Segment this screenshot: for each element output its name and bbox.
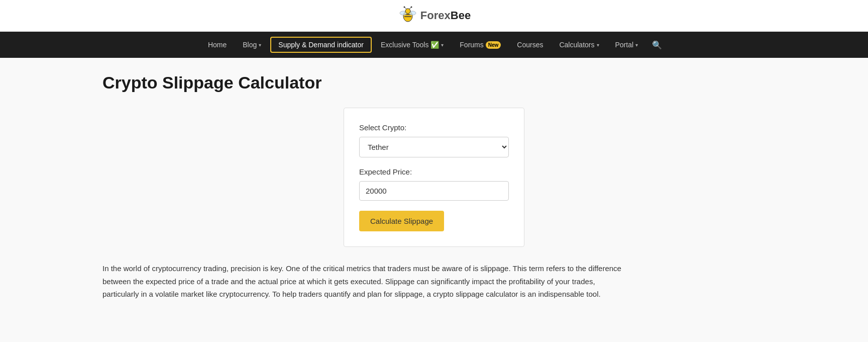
description-text: In the world of cryptocurrency trading, … [102,262,630,301]
page-title: Crypto Slippage Calculator [102,73,766,93]
select-label: Select Crypto: [359,123,509,132]
exclusive-tools-chevron-icon: ▾ [441,42,444,48]
nav-portal[interactable]: Portal ▾ [608,38,645,52]
portal-chevron-icon: ▾ [635,42,638,48]
site-header: ForexBee [0,0,868,32]
nav-blog[interactable]: Blog ▾ [236,38,268,52]
svg-point-9 [410,7,412,8]
nav-home[interactable]: Home [201,38,234,52]
svg-point-7 [403,7,405,8]
blog-chevron-icon: ▾ [259,42,261,48]
logo[interactable]: ForexBee [397,5,471,26]
nav-forums[interactable]: Forums New [453,38,508,52]
search-icon[interactable]: 🔍 [647,37,667,53]
calculators-chevron-icon: ▾ [597,42,599,48]
navbar: Home Blog ▾ Supply & Demand indicator Ex… [0,32,868,58]
logo-text: ForexBee [420,9,471,22]
forums-badge: New [486,41,501,49]
calculator-card: Select Crypto: Tether Bitcoin Ethereum B… [344,108,524,247]
expected-price-input[interactable] [359,181,509,201]
nav-supply-demand[interactable]: Supply & Demand indicator [270,37,372,53]
calculate-slippage-button[interactable]: Calculate Slippage [359,211,444,231]
nav-exclusive-tools[interactable]: Exclusive Tools ✅ ▾ [374,38,451,52]
price-label: Expected Price: [359,167,509,176]
main-content: Crypto Slippage Calculator Select Crypto… [82,58,786,316]
svg-point-5 [405,9,410,14]
crypto-select[interactable]: Tether Bitcoin Ethereum Binance Coin Sol… [359,137,509,157]
logo-icon [397,5,418,26]
nav-calculators[interactable]: Calculators ▾ [552,38,606,52]
nav-courses[interactable]: Courses [510,38,550,52]
